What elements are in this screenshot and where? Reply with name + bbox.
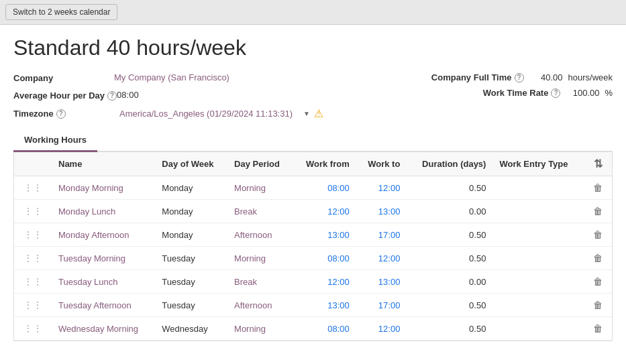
table-row: ⋮⋮ Tuesday Lunch Tuesday Break 12:00 13:… xyxy=(14,270,612,294)
drag-handle-icon[interactable]: ⋮⋮ xyxy=(21,206,45,217)
delete-button[interactable]: 🗑 xyxy=(590,181,605,194)
work-from-cell: 08:00 xyxy=(293,317,356,341)
duration-cell: 0.50 xyxy=(407,176,492,200)
day-period-link[interactable]: Afternoon xyxy=(234,230,272,240)
day-of-week-value: Wednesday xyxy=(162,324,207,334)
tabs: Working Hours xyxy=(13,129,613,152)
row-name-link[interactable]: Monday Lunch xyxy=(58,206,115,217)
delete-button[interactable]: 🗑 xyxy=(590,228,605,241)
work-to-value: 13:00 xyxy=(378,277,401,287)
row-name-link[interactable]: Monday Morning xyxy=(58,183,123,193)
delete-cell: 🗑 xyxy=(584,176,612,200)
duration-cell: 0.00 xyxy=(407,270,492,294)
work-entry-type-cell xyxy=(492,200,584,223)
duration-cell: 0.50 xyxy=(407,247,492,270)
work-to-cell: 12:00 xyxy=(356,176,407,200)
company-value[interactable]: My Company (San Francisco) xyxy=(114,72,229,82)
name-cell: Tuesday Afternoon xyxy=(52,294,155,317)
drag-handle-icon[interactable]: ⋮⋮ xyxy=(21,323,45,334)
row-name-link[interactable]: Tuesday Morning xyxy=(58,253,125,263)
drag-handle-icon[interactable]: ⋮⋮ xyxy=(21,182,45,193)
day-period-link[interactable]: Morning xyxy=(234,253,266,263)
delete-button[interactable]: 🗑 xyxy=(590,275,605,288)
duration-value: 0.50 xyxy=(469,324,486,334)
day-period-link[interactable]: Break xyxy=(234,277,257,287)
table-row: ⋮⋮ Monday Lunch Monday Break 12:00 13:00… xyxy=(14,200,612,223)
work-to-cell: 13:00 xyxy=(356,270,407,294)
drag-handle-icon[interactable]: ⋮⋮ xyxy=(21,276,45,287)
col-work-from: Work from xyxy=(293,152,356,176)
work-to-cell: 17:00 xyxy=(356,294,407,317)
day-of-week-value: Tuesday xyxy=(162,277,195,287)
work-to-cell: 12:00 xyxy=(356,317,407,341)
work-entry-type-cell xyxy=(492,294,584,317)
day-of-week-value: Monday xyxy=(162,230,193,240)
duration-value: 0.50 xyxy=(469,230,486,240)
work-to-cell: 13:00 xyxy=(356,200,407,223)
work-from-cell: 08:00 xyxy=(293,247,356,270)
company-full-time-help-icon[interactable]: ? xyxy=(515,73,524,82)
table-row: ⋮⋮ Wednesday Morning Wednesday Morning 0… xyxy=(14,317,612,341)
col-day-of-week: Day of Week xyxy=(155,152,227,176)
work-to-value: 12:00 xyxy=(378,253,401,263)
drag-handle-cell: ⋮⋮ xyxy=(14,317,52,341)
day-of-week-cell: Monday xyxy=(155,223,227,247)
work-from-cell: 12:00 xyxy=(293,200,356,223)
work-entry-type-cell xyxy=(492,317,584,341)
work-to-value: 12:00 xyxy=(378,183,401,193)
row-name-link[interactable]: Tuesday Afternoon xyxy=(58,300,132,310)
col-work-to: Work to xyxy=(356,152,407,176)
avg-hour-help-icon[interactable]: ? xyxy=(107,91,117,101)
timezone-dropdown-arrow[interactable]: ▼ xyxy=(303,110,310,117)
col-drag xyxy=(14,152,52,176)
drag-handle-icon[interactable]: ⋮⋮ xyxy=(21,300,45,310)
day-period-cell: Afternoon xyxy=(227,223,293,247)
work-from-value: 12:00 xyxy=(327,277,350,287)
drag-handle-icon[interactable]: ⋮⋮ xyxy=(21,253,45,263)
work-from-value: 08:00 xyxy=(327,183,350,193)
duration-cell: 0.50 xyxy=(407,317,492,341)
timezone-help-icon[interactable]: ? xyxy=(56,109,66,119)
tab-working-hours[interactable]: Working Hours xyxy=(13,129,97,152)
day-of-week-value: Monday xyxy=(162,183,193,193)
timezone-value[interactable]: America/Los_Angeles (01/29/2024 11:13:31… xyxy=(119,109,293,119)
name-cell: Tuesday Morning xyxy=(52,247,155,270)
drag-handle-cell: ⋮⋮ xyxy=(14,247,52,270)
delete-button[interactable]: 🗑 xyxy=(590,251,605,265)
company-full-time-unit: hours/week xyxy=(568,72,613,82)
delete-button[interactable]: 🗑 xyxy=(590,204,605,218)
delete-button[interactable]: 🗑 xyxy=(590,322,605,335)
day-period-link[interactable]: Afternoon xyxy=(234,300,272,310)
work-from-value: 13:00 xyxy=(327,300,350,310)
row-name-link[interactable]: Monday Afternoon xyxy=(58,230,129,240)
work-time-rate-help-icon[interactable]: ? xyxy=(551,88,560,98)
day-period-cell: Break xyxy=(227,200,293,223)
col-day-period: Day Period xyxy=(227,152,293,176)
day-of-week-cell: Tuesday xyxy=(155,247,227,270)
day-period-link[interactable]: Morning xyxy=(234,324,266,334)
row-name-link[interactable]: Tuesday Lunch xyxy=(58,277,117,287)
work-to-cell: 12:00 xyxy=(356,247,407,270)
main-content: Standard 40 hours/week Company My Compan… xyxy=(0,25,626,352)
company-full-time-value: 40.00 xyxy=(529,72,563,82)
row-name-link[interactable]: Wednesday Morning xyxy=(58,324,138,334)
work-to-value: 13:00 xyxy=(378,206,401,217)
duration-value: 0.50 xyxy=(469,300,486,310)
work-entry-type-cell xyxy=(492,176,584,200)
col-settings-header[interactable]: ⇅ xyxy=(584,152,612,176)
switch-calendar-button[interactable]: Switch to 2 weeks calendar xyxy=(5,4,117,20)
company-label: Company xyxy=(13,72,114,83)
delete-button[interactable]: 🗑 xyxy=(590,298,605,312)
work-entry-type-cell xyxy=(492,270,584,294)
day-period-link[interactable]: Morning xyxy=(234,183,266,193)
name-cell: Tuesday Lunch xyxy=(52,270,155,294)
drag-handle-cell: ⋮⋮ xyxy=(14,176,52,200)
work-entry-type-cell xyxy=(492,247,584,270)
work-to-cell: 17:00 xyxy=(356,223,407,247)
day-period-link[interactable]: Break xyxy=(234,206,257,217)
working-hours-table: Name Day of Week Day Period Work from Wo… xyxy=(14,152,612,341)
work-time-rate-label: Work Time Rate ? xyxy=(483,88,561,98)
right-fields: Company Full Time ? 40.00 hours/week Wor… xyxy=(431,72,613,101)
drag-handle-icon[interactable]: ⋮⋮ xyxy=(21,229,45,240)
day-period-cell: Morning xyxy=(227,247,293,270)
